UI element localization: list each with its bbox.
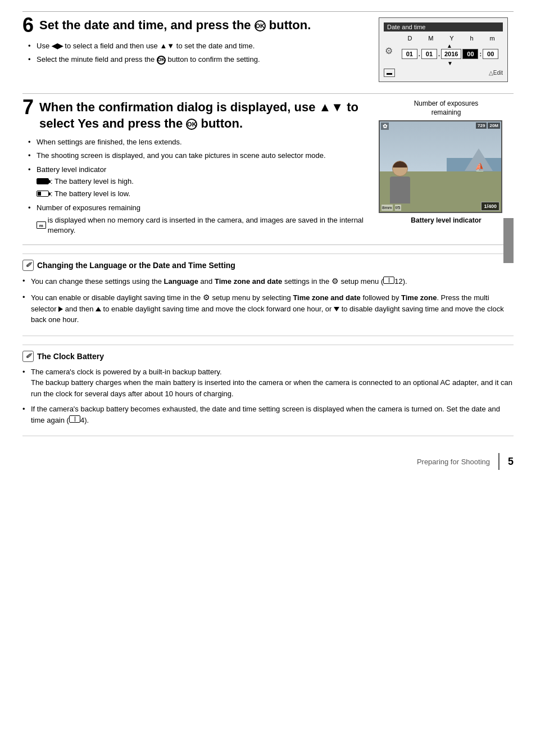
person-head — [392, 161, 408, 176]
step6-section: 6 Set the date and time, and press the O… — [22, 17, 514, 82]
step6-left: 6 Set the date and time, and press the O… — [22, 17, 367, 82]
ok-symbol-inline: OK — [157, 56, 166, 65]
person-body — [390, 176, 410, 203]
tri-right-icon — [58, 306, 63, 312]
battery-screen-label: Battery level indicator — [379, 216, 514, 224]
edit-label: △Edit — [489, 70, 503, 76]
date-min: 00 — [483, 49, 498, 59]
note1-section: ✐ Changing the Language or the Date and … — [22, 253, 514, 336]
date-values-row: ▲ — [397, 43, 503, 49]
person-hair — [393, 161, 407, 168]
section-separator-1 — [22, 93, 514, 94]
step6-bullet-2: Select the minute field and press the OK… — [28, 55, 367, 65]
tri-up-icon — [96, 307, 101, 311]
note2-section: ✐ The Clock Battery The camera's clock i… — [22, 345, 514, 437]
hud-focal: 8mm — [381, 205, 393, 211]
exposure-label: Number of exposuresremaining — [379, 99, 514, 117]
note2-header: ✐ The Clock Battery — [22, 351, 514, 362]
footer-divider — [498, 453, 499, 470]
footer-page: 5 — [508, 456, 514, 468]
setup-icon-screen: ⚙ — [384, 35, 394, 66]
camera-date-screen: Date and time ⚙ D M Y h m ▲ — [379, 17, 508, 82]
battery-full-icon — [37, 178, 49, 184]
memory-icon: m — [37, 221, 46, 229]
hud-top-left: ✿ — [381, 123, 389, 130]
step7-layout: 7 When the confirmation dialog is displa… — [22, 99, 514, 239]
step7-bullet-1: When settings are finished, the lens ext… — [28, 137, 367, 147]
note1-header: ✐ Changing the Language or the Date and … — [22, 260, 514, 271]
battery-icon-screen: ▬ — [384, 69, 395, 77]
note2-bullets: The camera's clock is powered by a built… — [22, 366, 514, 426]
step7-number: 7 — [22, 99, 34, 117]
boat-icon: ⛵ — [475, 162, 484, 171]
hud-megapixels: 20M — [488, 123, 500, 129]
book-ref-2 — [69, 415, 80, 423]
step6-bullets: Use ◀▶ to select a field and then use ▲▼… — [28, 41, 367, 65]
page-footer: Preparing for Shooting 5 — [22, 453, 514, 470]
step7-bullet-2: The shooting screen is displayed, and yo… — [28, 151, 367, 161]
note2-title: The Clock Battery — [37, 352, 104, 361]
step6-number: 6 — [22, 17, 34, 35]
note2-bullet-1: The camera's clock is powered by a built… — [22, 366, 514, 400]
tri-down-icon — [334, 307, 339, 311]
step6-bullet-1: Use ◀▶ to select a field and then use ▲▼… — [28, 41, 367, 51]
note2-bullet-2: If the camera's backup battery becomes e… — [22, 404, 514, 425]
camera-bottom-bar: ▬ △Edit — [384, 69, 503, 77]
page-container: 6 Set the date and time, and press the O… — [22, 11, 514, 470]
hud-bottom: 8mm f/5 1/400 — [380, 201, 501, 212]
top-border — [22, 11, 514, 12]
ok-button-symbol-6: OK — [255, 20, 266, 31]
right-tab — [503, 218, 514, 263]
step7-section: 7 When the confirmation dialog is displa… — [22, 99, 514, 239]
section-separator-2 — [22, 245, 514, 245]
date-columns: D M Y h m — [397, 35, 503, 42]
note1-title: Changing the Language or the Date and Ti… — [37, 261, 235, 270]
step7-title: 7 When the confirmation dialog is displa… — [22, 99, 367, 132]
hud-aperture: f/5 — [395, 205, 401, 211]
arrow-down-row: ▼ — [397, 60, 503, 66]
camera-screen-title: Date and time — [384, 22, 503, 31]
note1-icon: ✐ — [22, 260, 34, 271]
step7-right: Number of exposuresremaining ⛵ — [379, 99, 514, 224]
date-y: 2016 — [441, 49, 461, 59]
step6-right: Date and time ⚙ D M Y h m ▲ — [379, 17, 514, 82]
step7-bullet-4: Number of exposures remaining m is displ… — [28, 203, 367, 236]
step7-bullets: When settings are finished, the lens ext… — [28, 137, 367, 236]
battery-low-icon — [37, 191, 49, 197]
hud-bottom-left-group: 8mm f/5 — [381, 202, 401, 211]
date-h: 00 — [462, 49, 478, 59]
step6-title: 6 Set the date and time, and press the O… — [22, 17, 367, 35]
shooting-screen: ⛵ ✿ 729 20M — [379, 120, 502, 213]
note1-bullets: You can change these settings using the … — [22, 275, 514, 325]
note1-bullet-2: You can enable or disable daylight savin… — [22, 292, 514, 325]
date-d: 01 — [402, 49, 417, 59]
step7-left: 7 When the confirmation dialog is displa… — [22, 99, 367, 239]
ok-button-symbol-7: OK — [186, 119, 197, 130]
hud-shutter: 1/400 — [481, 202, 499, 211]
step7-bullet-3: Battery level indicator : The battery le… — [28, 165, 367, 200]
book-ref-1 — [383, 277, 394, 284]
note2-icon: ✐ — [22, 351, 34, 362]
date-values: 01 . 01 . 2016 00 : 00 — [397, 49, 503, 59]
date-m: 01 — [421, 49, 437, 59]
note1-bullet-1: You can change these settings using the … — [22, 275, 514, 287]
hud-top-right: 729 20M — [476, 123, 500, 129]
scene-person — [390, 161, 410, 203]
hud-exposures: 729 — [476, 123, 487, 129]
footer-text: Preparing for Shooting — [417, 458, 490, 466]
